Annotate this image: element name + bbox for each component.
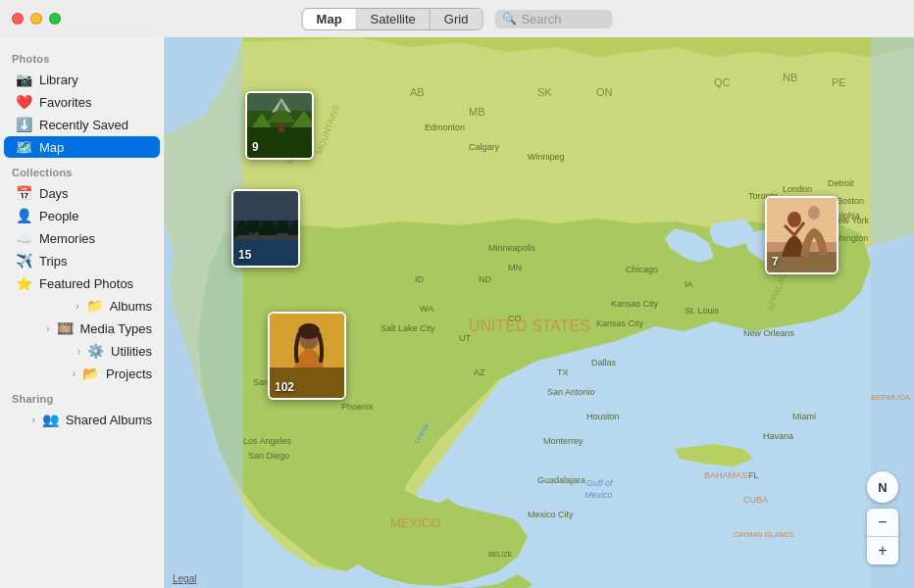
svg-text:Detroit: Detroit (828, 178, 854, 188)
sidebar-item-featured-photos[interactable]: ⭐ Featured Photos (4, 272, 160, 294)
canada-photo-thumb: 9 (245, 91, 314, 160)
memories-icon: ☁️ (16, 230, 32, 246)
sidebar-item-trips[interactable]: ✈️ Trips (4, 250, 160, 271)
expand-arrow-icon: › (31, 415, 34, 425)
sidebar-item-shared-albums[interactable]: › 👥 Shared Albums (4, 409, 160, 430)
sidebar-item-map[interactable]: 🗺️ Map (4, 136, 160, 158)
sidebar-item-label: Albums (110, 299, 152, 314)
svg-text:WA: WA (420, 304, 433, 314)
expand-arrow-icon: › (46, 323, 49, 334)
compass[interactable]: N (867, 471, 898, 503)
svg-text:TX: TX (557, 368, 569, 377)
svg-text:Houston: Houston (586, 412, 620, 421)
svg-text:BELIZE: BELIZE (488, 551, 512, 558)
svg-text:CUBA: CUBA (743, 495, 768, 505)
svg-point-88 (787, 212, 801, 227)
map-area[interactable]: MB SK AB ON QC NB PE Edmonton Calgary Wi… (165, 37, 914, 588)
minimize-button[interactable] (30, 13, 42, 24)
titlebar: Map Satellite Grid 🔍 Search (0, 0, 914, 37)
sidebar-item-label: Featured Photos (39, 276, 133, 291)
svg-text:Salt Lake City: Salt Lake City (381, 323, 435, 333)
svg-text:QC: QC (714, 76, 731, 88)
zoom-in-button[interactable]: + (867, 537, 898, 564)
expand-arrow-icon: › (73, 368, 76, 379)
sidebar-item-label: People (39, 209, 78, 223)
sidebar-item-label: Favorites (39, 95, 91, 110)
svg-text:San Antonio: San Antonio (547, 387, 595, 397)
sidebar-item-utilities[interactable]: › ⚙️ Utilities (4, 340, 160, 362)
sidebar-item-memories[interactable]: ☁️ Memories (4, 227, 160, 249)
svg-rect-67 (279, 122, 284, 132)
projects-icon: 📂 (82, 366, 99, 381)
library-icon: 📷 (16, 72, 32, 87)
media-types-icon: 🎞️ (57, 320, 74, 336)
canada-photo-pin[interactable]: 9 (245, 91, 314, 160)
zoom-out-button[interactable]: − (867, 509, 898, 536)
sidebar-item-days[interactable]: 📅 Days (4, 182, 160, 204)
map-icon: 🗺️ (16, 139, 32, 155)
satellite-view-button[interactable]: Satellite (357, 9, 431, 29)
sidebar: Photos 📷 Library ❤️ Favorites ⬇️ Recentl… (0, 37, 165, 588)
sidebar-item-projects[interactable]: › 📂 Projects (4, 363, 160, 384)
view-segment-control: Map Satellite Grid (302, 8, 483, 30)
grid-view-button[interactable]: Grid (431, 9, 482, 29)
svg-text:BERMUDA: BERMUDA (871, 393, 911, 402)
seattle-photo-count: 15 (238, 248, 251, 262)
svg-text:Dallas: Dallas (591, 358, 617, 368)
svg-text:ND: ND (479, 274, 491, 284)
sidebar-item-albums[interactable]: › 📁 Albums (4, 295, 160, 317)
svg-text:Los Angeles: Los Angeles (243, 436, 292, 446)
sidebar-item-recently-saved[interactable]: ⬇️ Recently Saved (4, 114, 160, 135)
traffic-lights (12, 13, 61, 24)
sidebar-item-favorites[interactable]: ❤️ Favorites (4, 91, 160, 113)
sidebar-item-library[interactable]: 📷 Library (4, 69, 160, 90)
people-icon: 👤 (16, 208, 32, 223)
svg-text:CAYMAN ISLANDS: CAYMAN ISLANDS (734, 531, 794, 538)
svg-text:Winnipeg: Winnipeg (528, 152, 565, 162)
svg-text:Mexico: Mexico (584, 490, 613, 500)
svg-text:FL: FL (748, 470, 759, 480)
svg-text:Chicago: Chicago (626, 265, 658, 274)
expand-arrow-icon: › (77, 346, 80, 357)
sidebar-item-label: Map (39, 140, 64, 155)
sf-photo-pin[interactable]: 102 (268, 312, 346, 400)
svg-text:Havana: Havana (763, 431, 793, 441)
heart-icon: ❤️ (16, 94, 32, 110)
photos-section-label: Photos (0, 45, 164, 68)
sharing-section-label: Sharing (0, 385, 164, 408)
main-content: Photos 📷 Library ❤️ Favorites ⬇️ Recentl… (0, 37, 914, 588)
map-legal-link[interactable]: Legal (173, 573, 196, 584)
map-view-button[interactable]: Map (303, 9, 357, 29)
boston-photo-pin[interactable]: 7 (765, 196, 838, 274)
sidebar-item-media-types[interactable]: › 🎞️ Media Types (4, 318, 160, 339)
seattle-photo-pin[interactable]: 15 (231, 189, 300, 268)
svg-rect-86 (767, 198, 838, 242)
shared-albums-icon: 👥 (42, 412, 59, 427)
svg-text:Phoenix: Phoenix (341, 402, 374, 412)
search-box[interactable]: 🔍 Search (494, 10, 612, 28)
close-button[interactable] (12, 13, 24, 24)
svg-text:UT: UT (459, 333, 471, 343)
sidebar-item-label: Shared Albums (66, 413, 152, 427)
collections-section-label: Collections (0, 159, 164, 181)
sidebar-item-people[interactable]: 👤 People (4, 205, 160, 226)
svg-text:IA: IA (685, 279, 693, 289)
svg-text:Miami: Miami (792, 412, 816, 421)
search-placeholder: Search (521, 12, 561, 26)
boston-photo-thumb: 7 (765, 196, 838, 274)
svg-text:Calgary: Calgary (469, 142, 500, 152)
svg-text:New Orleans: New Orleans (743, 328, 795, 338)
svg-text:Edmonton: Edmonton (425, 122, 465, 132)
sf-photo-count: 102 (275, 380, 294, 394)
svg-text:St. Louis: St. Louis (685, 306, 720, 316)
svg-text:Monterrey: Monterrey (543, 436, 584, 446)
search-icon: 🔍 (502, 12, 517, 25)
svg-text:BAHAMAS: BAHAMAS (704, 470, 747, 480)
albums-icon: 📁 (86, 298, 103, 314)
maximize-button[interactable] (49, 13, 61, 24)
svg-rect-71 (247, 93, 314, 111)
svg-text:Kansas City: Kansas City (611, 299, 659, 309)
expand-arrow-icon: › (76, 301, 78, 312)
canada-photo-count: 9 (252, 140, 259, 154)
svg-text:PE: PE (832, 76, 846, 88)
